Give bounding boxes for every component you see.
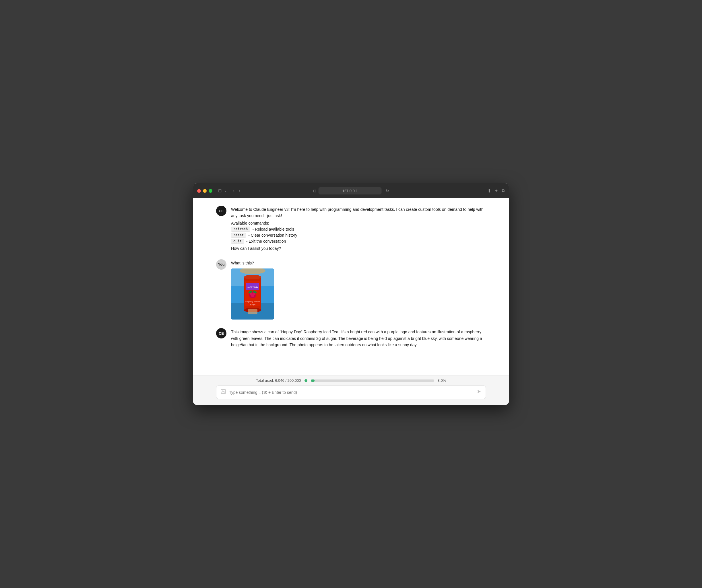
user-uploaded-image: HAPPY DAY Raspberry Iced Tea 3g sugar [231,269,274,319]
send-button[interactable] [476,389,482,396]
command-quit: quit - Exit the conversation [231,239,486,244]
message-input[interactable] [229,390,474,395]
share-icon[interactable]: ⬆ [487,188,491,194]
message-ce-welcome-content: Welcome to Claude Engineer v3! I'm here … [231,205,486,251]
refresh-button[interactable]: ↻ [386,188,389,193]
progress-dot [305,379,308,382]
address-bar-container: ⊟ 127.0.0.1 ↻ [313,187,389,194]
svg-rect-19 [221,390,226,394]
image-upload-icon[interactable] [220,389,226,396]
title-bar-right: ⬆ + ⧉ [487,188,505,194]
svg-point-20 [222,391,223,392]
message-user-content: What is this? [231,259,486,319]
command-desc-quit: - Exit the conversation [246,239,286,244]
traffic-lights [197,189,212,193]
svg-text:Raspberry Iced Tea: Raspberry Iced Tea [245,301,260,303]
sidebar-toggle[interactable]: ⊡ ⌄ [218,188,227,193]
url-text: 127.0.0.1 [342,189,358,193]
commands-section: Available commands: refresh - Reload ava… [231,221,486,244]
messages-list: CE Welcome to Claude Engineer v3! I'm he… [193,205,509,375]
chevron-down-icon: ⌄ [224,189,227,193]
close-button[interactable] [197,189,201,193]
response-text: This image shows a can of "Happy Day" Ra… [231,329,486,348]
command-desc-refresh: - Reload available tools [253,227,295,232]
command-refresh: refresh - Reload available tools [231,227,486,232]
avatar-ce-response: CE [216,328,226,338]
tabs-icon[interactable]: ⧉ [502,188,505,193]
svg-point-4 [244,275,261,279]
command-badge-refresh: refresh [231,227,250,232]
new-tab-icon[interactable]: + [495,188,498,193]
avatar-ce: CE [216,206,226,216]
message-ce-response-content: This image shows a can of "Happy Day" Ra… [231,327,486,348]
sidebar-icon: ⊡ [218,188,222,193]
address-icon: ⊟ [313,189,316,193]
progress-label: Total used: 6,046 / 200,000 [256,378,301,383]
command-badge-reset: reset [231,233,246,238]
command-desc-reset: - Clear conversation history [248,233,297,238]
minimize-button[interactable] [203,189,207,193]
address-bar[interactable]: 127.0.0.1 [319,187,382,194]
maximize-button[interactable] [209,189,212,193]
input-area [193,386,509,405]
message-ce-response: CE This image shows a can of "Happy Day"… [216,327,486,348]
back-button[interactable]: ‹ [232,187,236,194]
svg-rect-17 [248,309,257,314]
svg-text:3g sugar: 3g sugar [250,304,255,305]
user-question-text: What is this? [231,260,486,266]
progress-bar-fill [311,380,315,382]
command-badge-quit: quit [231,239,244,244]
message-ce-welcome: CE Welcome to Claude Engineer v3! I'm he… [216,205,486,251]
command-reset: reset - Clear conversation history [231,233,486,238]
browser-window: ⊡ ⌄ ‹ › ⊟ 127.0.0.1 ↻ ⬆ + ⧉ CE [193,183,509,405]
welcome-text: Welcome to Claude Engineer v3! I'm here … [231,206,486,219]
title-bar: ⊡ ⌄ ‹ › ⊟ 127.0.0.1 ↻ ⬆ + ⧉ [193,183,509,198]
progress-bar-container [311,380,434,382]
closing-text: How can I assist you today? [231,246,486,251]
nav-arrows: ‹ › [232,187,242,194]
avatar-you: You [216,259,226,270]
forward-button[interactable]: › [237,187,241,194]
image-svg: HAPPY DAY Raspberry Iced Tea 3g sugar [231,269,274,319]
progress-area: Total used: 6,046 / 200,000 3.0% [193,375,509,386]
progress-percent: 3.0% [438,378,446,383]
message-user: You What is this? [216,259,486,319]
commands-label: Available commands: [231,221,486,226]
chat-area: CE Welcome to Claude Engineer v3! I'm he… [193,198,509,405]
input-box [216,386,486,399]
svg-point-12 [251,294,254,297]
svg-text:HAPPY DAY: HAPPY DAY [247,286,258,288]
